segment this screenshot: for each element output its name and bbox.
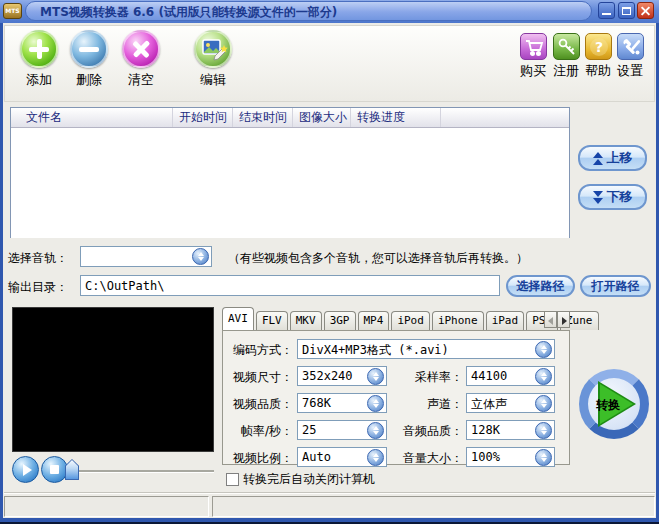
- column-filename[interactable]: 文件名: [11, 108, 173, 127]
- open-path-button[interactable]: 打开路径: [580, 275, 651, 297]
- settings-button[interactable]: 设置: [615, 33, 645, 80]
- stop-button[interactable]: [41, 456, 68, 483]
- video-ratio-label: 视频比例：: [222, 450, 293, 467]
- format-tabs: AVI FLV MKV 3GP MP4 iPod iPhone iPad PSP…: [222, 308, 542, 330]
- svg-text:?: ?: [594, 39, 602, 55]
- column-end-time[interactable]: 结束时间: [233, 108, 293, 127]
- spinner-icon[interactable]: [367, 449, 384, 466]
- volume-label: 音量大小：: [392, 450, 463, 467]
- select-path-label: 选择路径: [517, 278, 565, 295]
- arrow-right-icon: [562, 317, 567, 325]
- spinner-icon[interactable]: [535, 422, 552, 439]
- move-down-button[interactable]: 下移: [578, 184, 647, 210]
- volume-select[interactable]: 100%: [466, 447, 555, 467]
- spinner-icon[interactable]: [535, 449, 552, 466]
- settings-label: 设置: [615, 62, 645, 80]
- audio-track-select[interactable]: [80, 246, 212, 267]
- column-progress[interactable]: 转换进度: [351, 108, 441, 127]
- shutdown-checkbox-row: 转换完后自动关闭计算机: [226, 471, 375, 488]
- encoding-select[interactable]: DivX4+MP3格式 (*.avi): [297, 339, 555, 359]
- tab-flv[interactable]: FLV: [256, 311, 288, 330]
- sample-rate-value: 44100: [471, 369, 507, 383]
- register-label: 注册: [551, 62, 581, 80]
- convert-button[interactable]: 转换: [579, 369, 649, 439]
- channels-label: 声道：: [392, 396, 463, 413]
- edit-button[interactable]: 编辑: [191, 30, 235, 89]
- tab-3gp[interactable]: 3GP: [324, 311, 356, 330]
- video-ratio-select[interactable]: Auto: [297, 447, 387, 467]
- video-quality-select[interactable]: 768K: [297, 393, 387, 413]
- close-button[interactable]: [637, 2, 654, 19]
- video-size-value: 352x240: [302, 369, 353, 383]
- spinner-icon[interactable]: [367, 422, 384, 439]
- frame-rate-select[interactable]: 25: [297, 420, 387, 440]
- spinner-icon[interactable]: [535, 395, 552, 412]
- audio-quality-select[interactable]: 128K: [466, 420, 555, 440]
- help-button[interactable]: ? 帮助: [583, 33, 613, 80]
- buy-label: 购买: [518, 62, 548, 80]
- column-start-time[interactable]: 开始时间: [173, 108, 233, 127]
- tab-mp4[interactable]: MP4: [358, 311, 390, 330]
- spinner-icon[interactable]: [367, 368, 384, 385]
- video-size-label: 视频尺寸：: [222, 369, 293, 386]
- move-up-button[interactable]: 上移: [578, 145, 647, 171]
- spinner-icon[interactable]: [192, 248, 209, 265]
- tab-ipod[interactable]: iPod: [391, 311, 430, 330]
- minimize-button[interactable]: [598, 2, 615, 19]
- tab-ipad[interactable]: iPad: [486, 311, 525, 330]
- file-list: 文件名 开始时间 结束时间 图像大小 转换进度: [10, 107, 570, 238]
- audio-quality-value: 128K: [471, 423, 500, 437]
- tab-avi[interactable]: AVI: [222, 307, 254, 330]
- maximize-icon: [622, 7, 631, 15]
- register-button[interactable]: 注册: [551, 33, 581, 80]
- tab-iphone[interactable]: iPhone: [432, 311, 484, 330]
- file-list-header: 文件名 开始时间 结束时间 图像大小 转换进度: [11, 108, 569, 128]
- encoding-value: DivX4+MP3格式 (*.avi): [302, 342, 449, 359]
- move-up-label: 上移: [607, 149, 633, 167]
- edit-label: 编辑: [191, 71, 235, 89]
- add-label: 添加: [17, 71, 61, 89]
- spinner-icon[interactable]: [367, 395, 384, 412]
- play-icon: [23, 464, 32, 476]
- video-quality-value: 768K: [302, 396, 331, 410]
- frame-rate-label: 帧率/秒：: [222, 423, 293, 440]
- status-panel-right: [212, 496, 655, 517]
- minimize-icon: [602, 13, 611, 15]
- column-image-size[interactable]: 图像大小: [293, 108, 351, 127]
- video-preview: [12, 307, 214, 452]
- tab-scroll: [544, 311, 570, 328]
- play-button[interactable]: [12, 456, 39, 483]
- file-list-body[interactable]: [11, 128, 569, 238]
- tab-scroll-right-button[interactable]: [557, 311, 570, 328]
- status-panel-left: [4, 496, 209, 517]
- sample-rate-select[interactable]: 44100: [466, 366, 555, 386]
- cart-icon: [520, 33, 547, 60]
- titlebar: MTS MTS视频转换器 6.6 (试用版只能转换源文件的一部分): [0, 0, 659, 23]
- buy-button[interactable]: 购买: [518, 33, 548, 80]
- clear-icon: [122, 30, 160, 68]
- tab-scroll-left-button[interactable]: [544, 311, 557, 328]
- shutdown-checkbox[interactable]: [226, 473, 239, 486]
- clear-label: 清空: [119, 71, 163, 89]
- convert-label: 转换: [596, 397, 620, 414]
- output-dir-input[interactable]: [80, 275, 500, 296]
- select-path-button[interactable]: 选择路径: [506, 275, 575, 297]
- add-button[interactable]: 添加: [17, 30, 61, 89]
- spinner-icon[interactable]: [535, 368, 552, 385]
- channels-select[interactable]: 立体声: [466, 393, 555, 413]
- tab-mkv[interactable]: MKV: [290, 311, 322, 330]
- video-size-select[interactable]: 352x240: [297, 366, 387, 386]
- frame-rate-value: 25: [302, 423, 316, 437]
- volume-value: 100%: [471, 450, 500, 464]
- edit-icon: [194, 30, 232, 68]
- clear-button[interactable]: 清空: [119, 30, 163, 89]
- maximize-button[interactable]: [618, 2, 635, 19]
- delete-button[interactable]: 删除: [67, 30, 111, 89]
- spinner-icon[interactable]: [535, 341, 552, 358]
- seek-slider-track[interactable]: [75, 470, 214, 473]
- video-quality-label: 视频品质：: [222, 396, 293, 413]
- app-window: MTS MTS视频转换器 6.6 (试用版只能转换源文件的一部分) 添加 删除 …: [0, 0, 659, 524]
- channels-value: 立体声: [471, 396, 507, 413]
- stop-icon: [50, 465, 59, 474]
- settings-icon: [617, 33, 644, 60]
